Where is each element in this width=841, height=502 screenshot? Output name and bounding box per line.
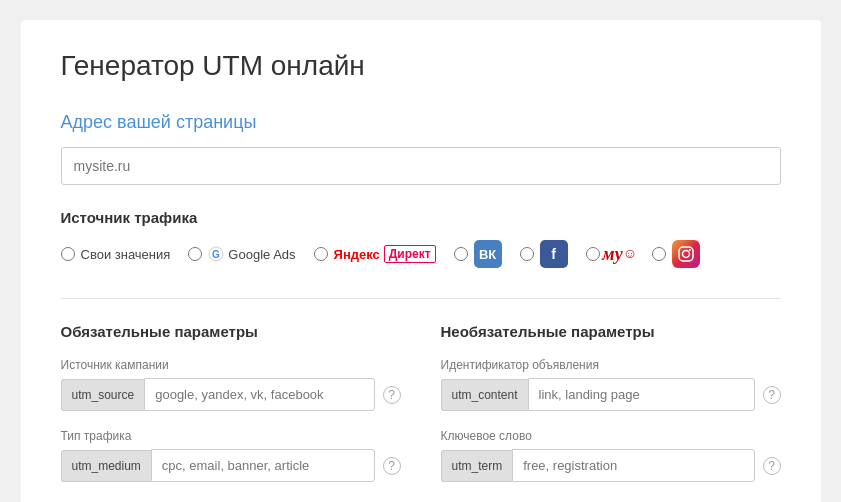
svg-point-4 <box>689 249 691 251</box>
radio-google[interactable]: G Google Ads <box>188 246 295 262</box>
main-container: Генератор UTM онлайн Адрес вашей страниц… <box>21 20 821 502</box>
url-section: Адрес вашей страницы <box>61 112 781 209</box>
utm-content-input[interactable] <box>528 378 755 411</box>
required-params-title: Обязательные параметры <box>61 323 401 340</box>
optional-params-title: Необязательные параметры <box>441 323 781 340</box>
radio-muse[interactable]: му☺ <box>586 240 634 268</box>
utm-medium-group: Тип трафика utm_medium ? <box>61 429 401 482</box>
utm-content-label: Идентификатор объявления <box>441 358 781 372</box>
utm-term-label: Ключевое слово <box>441 429 781 443</box>
utm-source-input-row: utm_source ? <box>61 378 401 411</box>
utm-medium-label: Тип трафика <box>61 429 401 443</box>
fb-icon: f <box>540 240 568 268</box>
utm-source-label: Источник кампании <box>61 358 401 372</box>
page-title: Генератор UTM онлайн <box>61 50 781 82</box>
utm-term-group: Ключевое слово utm_term ? <box>441 429 781 482</box>
optional-params-col: Необязательные параметры Идентификатор о… <box>441 323 781 500</box>
radio-yandex-label: Яндекс Директ <box>334 245 436 263</box>
utm-medium-input[interactable] <box>151 449 375 482</box>
utm-content-badge: utm_content <box>441 379 528 411</box>
instagram-svg <box>677 245 695 263</box>
utm-source-badge: utm_source <box>61 379 145 411</box>
utm-source-group: Источник кампании utm_source ? <box>61 358 401 411</box>
radio-google-label: G Google Ads <box>208 246 295 262</box>
muse-icon: му☺ <box>606 240 634 268</box>
radio-google-input[interactable] <box>188 247 202 261</box>
radio-own[interactable]: Свои значения <box>61 247 171 262</box>
svg-rect-2 <box>679 247 693 261</box>
radio-vk-input[interactable] <box>454 247 468 261</box>
radio-fb-input[interactable] <box>520 247 534 261</box>
radio-fb[interactable]: f <box>520 240 568 268</box>
radio-yandex-input[interactable] <box>314 247 328 261</box>
traffic-source-label: Источник трафика <box>61 209 781 226</box>
utm-medium-help-icon[interactable]: ? <box>383 457 401 475</box>
utm-term-input[interactable] <box>512 449 754 482</box>
traffic-source-section: Источник трафика Свои значения G Google … <box>61 209 781 268</box>
ig-icon <box>672 240 700 268</box>
utm-content-group: Идентификатор объявления utm_content ? <box>441 358 781 411</box>
utm-term-help-icon[interactable]: ? <box>763 457 781 475</box>
radio-own-input[interactable] <box>61 247 75 261</box>
required-params-col: Обязательные параметры Источник кампании… <box>61 323 401 500</box>
url-input[interactable] <box>61 147 781 185</box>
divider <box>61 298 781 299</box>
google-icon: G <box>208 246 224 262</box>
utm-content-input-row: utm_content ? <box>441 378 781 411</box>
vk-icon: ВК <box>474 240 502 268</box>
radio-group: Свои значения G Google Ads Яндекс Директ <box>61 240 781 268</box>
utm-medium-input-row: utm_medium ? <box>61 449 401 482</box>
utm-medium-badge: utm_medium <box>61 450 151 482</box>
yandex-text: Яндекс <box>334 247 380 262</box>
utm-source-input[interactable] <box>144 378 374 411</box>
utm-term-input-row: utm_term ? <box>441 449 781 482</box>
radio-yandex[interactable]: Яндекс Директ <box>314 245 436 263</box>
utm-term-badge: utm_term <box>441 450 513 482</box>
radio-ig-input[interactable] <box>652 247 666 261</box>
radio-vk[interactable]: ВК <box>454 240 502 268</box>
svg-text:G: G <box>212 249 220 260</box>
radio-muse-input[interactable] <box>586 247 600 261</box>
utm-content-help-icon[interactable]: ? <box>763 386 781 404</box>
radio-own-label: Свои значения <box>81 247 171 262</box>
svg-point-3 <box>682 251 689 258</box>
url-section-title: Адрес вашей страницы <box>61 112 781 133</box>
yandex-direct-badge: Директ <box>384 245 436 263</box>
utm-source-help-icon[interactable]: ? <box>383 386 401 404</box>
radio-ig[interactable] <box>652 240 700 268</box>
params-row: Обязательные параметры Источник кампании… <box>61 323 781 500</box>
